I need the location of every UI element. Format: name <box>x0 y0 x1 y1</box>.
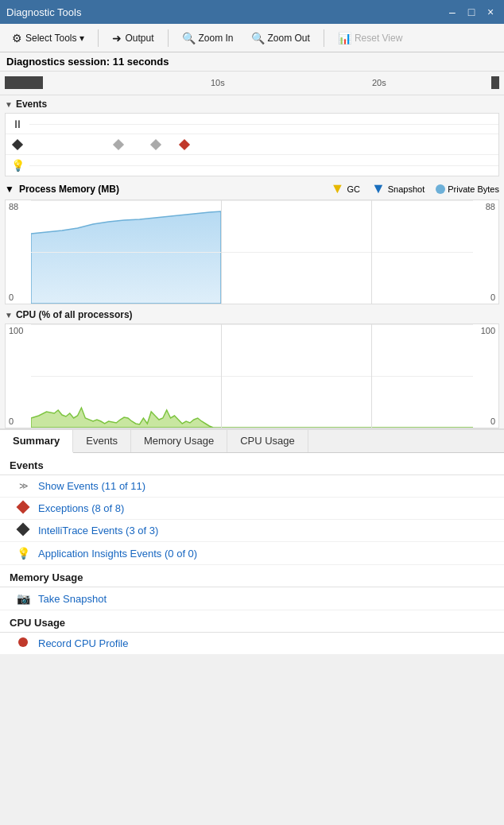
dropdown-arrow-icon: ▾ <box>79 33 84 44</box>
memory-y-min-right: 0 <box>476 292 495 302</box>
select-tools-label: Select Tools <box>25 33 76 44</box>
memory-chart-plot <box>31 200 473 304</box>
memory-section-header: ▼ Process Memory (MB) ▼ GC ▼ Snapshot Pr… <box>0 178 504 199</box>
diamond-marker-1 <box>113 138 124 149</box>
events-section-header: ▼ Events <box>0 95 504 113</box>
app-insights-link[interactable]: Application Insights Events (0 of 0) <box>38 548 197 560</box>
tab-cpu-usage[interactable]: CPU Usage <box>227 430 308 452</box>
intellitrace-icon <box>6 141 29 149</box>
app-insights-item[interactable]: 💡 Application Insights Events (0 of 0) <box>0 542 504 565</box>
cpu-grid-mid <box>31 376 473 377</box>
cpu-section-label: CPU (% of all processors) <box>16 309 133 320</box>
memory-divider-1 <box>221 200 222 304</box>
cpu-y-right: 100 0 <box>473 324 498 428</box>
memory-y-right: 88 0 <box>473 200 498 304</box>
toolbar-separator-3 <box>324 29 324 47</box>
grid-top <box>31 200 473 201</box>
app-insights-icon: 💡 <box>16 547 30 560</box>
track-line <box>29 124 498 125</box>
event-row-diamond <box>6 134 498 155</box>
output-icon: ➜ <box>112 32 122 45</box>
zoom-out-label: Zoom Out <box>268 33 310 44</box>
cpu-section-header: ▼ CPU (% of all processors) <box>0 306 504 323</box>
cpu-grid-top <box>31 324 473 325</box>
exceptions-link[interactable]: Exceptions (8 of 8) <box>38 502 124 514</box>
svg-marker-1 <box>31 408 473 428</box>
tab-memory-usage[interactable]: Memory Usage <box>131 430 227 452</box>
memory-divider-2 <box>371 200 372 304</box>
cpu-chart-container: 100 0 100 0 <box>5 323 499 428</box>
cpu-y-max-right: 100 <box>476 326 495 335</box>
summary-content: Events ≫ Show Events (11 of 11) Exceptio… <box>0 453 504 655</box>
record-cpu-link[interactable]: Record CPU Profile <box>38 637 128 649</box>
zoom-out-button[interactable]: 🔍 Zoom Out <box>244 29 317 48</box>
take-snapshot-link[interactable]: Take Snapshot <box>38 593 107 605</box>
cpu-chart-plot <box>31 324 473 428</box>
toolbar-separator-2 <box>168 29 169 47</box>
exceptions-item[interactable]: Exceptions (8 of 8) <box>0 498 504 520</box>
minimize-button[interactable]: – <box>445 6 459 18</box>
intellitrace-item[interactable]: IntelliTrace Events (3 of 3) <box>0 520 504 542</box>
event-row-pause: ⏸ <box>6 114 498 134</box>
cpu-y-left: 100 0 <box>6 324 31 428</box>
cpu-y-min-right: 0 <box>476 416 495 426</box>
app-title: Diagnostic Tools <box>6 6 81 18</box>
toolbar-separator-1 <box>98 29 99 47</box>
reset-view-button[interactable]: 📊 Reset View <box>331 29 409 48</box>
show-events-link[interactable]: Show Events (11 of 11) <box>38 480 145 492</box>
cpu-y-max-left: 100 <box>9 326 28 335</box>
show-events-item[interactable]: ≫ Show Events (11 of 11) <box>0 475 504 498</box>
diamond-marker-2 <box>150 138 161 149</box>
toolbar: ⚙ Select Tools ▾ ➜ Output 🔍 Zoom In 🔍 Zo… <box>0 24 504 52</box>
tab-events[interactable]: Events <box>73 430 131 452</box>
restore-button[interactable]: □ <box>464 6 479 18</box>
timeline-ruler: 10s 20s <box>0 72 504 95</box>
summary-cpu-title: CPU Usage <box>0 610 504 633</box>
record-cpu-item[interactable]: Record CPU Profile <box>0 633 504 655</box>
select-tools-button[interactable]: ⚙ Select Tools ▾ <box>5 29 91 48</box>
cpu-y-min-left: 0 <box>9 416 28 426</box>
charts-area: ▼ Events ⏸ 💡 <box>0 95 504 428</box>
ruler-end-bar <box>491 76 499 89</box>
memory-collapse-icon[interactable]: ▼ <box>5 184 14 195</box>
ruler-ticks <box>48 91 488 94</box>
exception-diamond-icon <box>16 502 30 514</box>
intellitrace-link[interactable]: IntelliTrace Events (3 of 3) <box>38 525 158 536</box>
gc-legend-label: GC <box>347 184 360 194</box>
events-collapse-icon[interactable]: ▼ <box>5 100 13 109</box>
snapshot-icon: ▼ <box>371 180 386 197</box>
private-bytes-legend-label: Private Bytes <box>448 184 499 194</box>
close-button[interactable]: × <box>483 6 498 18</box>
output-label: Output <box>125 33 153 44</box>
event-row-insights: 💡 <box>6 155 498 176</box>
zoom-in-label: Zoom In <box>199 33 234 44</box>
snapshot-legend-label: Snapshot <box>388 184 425 194</box>
insights-track <box>29 155 498 176</box>
reset-view-label: Reset View <box>355 33 402 44</box>
grid-mid <box>31 252 473 253</box>
memory-y-max-left: 88 <box>9 202 28 211</box>
cpu-divider-1 <box>221 324 222 428</box>
pause-track <box>29 114 498 134</box>
record-icon <box>16 637 30 649</box>
tabs-bar: Summary Events Memory Usage CPU Usage <box>0 430 504 453</box>
memory-y-left: 88 0 <box>6 200 31 304</box>
events-chart: ⏸ 💡 <box>5 113 499 176</box>
memory-chart-container: 88 0 <box>5 199 499 304</box>
cpu-divider-2 <box>371 324 372 428</box>
summary-events-title: Events <box>0 453 504 475</box>
take-snapshot-item[interactable]: 📷 Take Snapshot <box>0 587 504 610</box>
session-info: Diagnostics session: 11 seconds <box>0 52 504 72</box>
snapshot-legend: ▼ Snapshot <box>371 180 425 197</box>
bottom-panel: Summary Events Memory Usage CPU Usage Ev… <box>0 428 504 655</box>
show-events-icon: ≫ <box>16 481 30 491</box>
cpu-collapse-icon[interactable]: ▼ <box>5 311 13 320</box>
memory-chart-inner: 88 0 <box>6 200 498 304</box>
tab-summary[interactable]: Summary <box>0 430 73 453</box>
pause-icon: ⏸ <box>6 118 29 130</box>
intellitrace-diamond-icon <box>16 525 30 536</box>
zoom-in-icon: 🔍 <box>182 32 196 45</box>
zoom-in-button[interactable]: 🔍 Zoom In <box>175 29 241 48</box>
gear-icon: ⚙ <box>12 32 22 45</box>
output-button[interactable]: ➜ Output <box>105 29 161 48</box>
